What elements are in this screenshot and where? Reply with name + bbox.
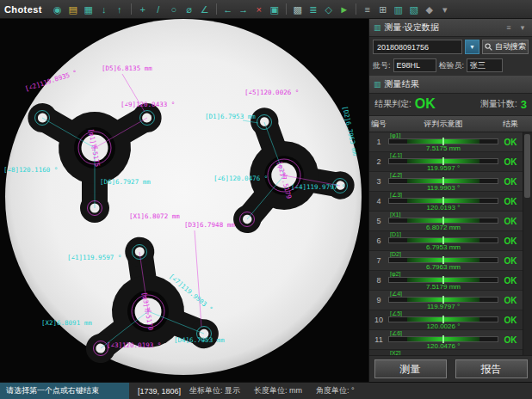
tolerance-bar [388, 336, 498, 342]
row-result: OK [498, 316, 523, 325]
dimension-label: [D6]6.7927 mm [100, 178, 151, 186]
run-icon[interactable]: ► [337, 3, 351, 16]
row-number: 8 [369, 276, 388, 285]
delete-icon[interactable]: × [252, 3, 266, 16]
batch-input[interactable]: E98HL [393, 58, 436, 72]
list-icon[interactable]: ≡ [361, 3, 374, 16]
panel-menu-icon[interactable]: ≡ [504, 23, 514, 32]
save-icon[interactable]: ▦ [82, 3, 96, 16]
row-judgment: [φ1]7.5175 mm [388, 132, 498, 152]
tolerance-marker [442, 157, 444, 165]
line-tool-icon[interactable]: / [152, 3, 165, 16]
table-row[interactable]: 1[φ1]7.5175 mmOK [369, 132, 532, 152]
tolerance-marker [442, 355, 444, 356]
cursor-coordinates: [1739, 1806] [138, 387, 181, 396]
row-result: OK [498, 355, 523, 356]
capture-icon[interactable]: ▣ [268, 3, 281, 16]
search-icon [485, 43, 492, 51]
row-label: [X2] [390, 350, 498, 356]
dimension-label: [∠3]120.0193 ° [107, 341, 161, 349]
row-label: [φ2] [390, 271, 498, 277]
tolerance-marker [442, 316, 444, 323]
open-icon[interactable]: ▤ [66, 3, 80, 16]
table-row[interactable]: 5[X1]6.8072 mmOK [369, 212, 532, 231]
report-icon[interactable]: ▧ [407, 3, 421, 16]
dimension-label: [∠5]120.0026 ° [244, 89, 299, 96]
row-judgment: [D1]6.7953 mm [388, 231, 498, 251]
tolerance-marker [442, 296, 444, 304]
row-number: 7 [369, 256, 388, 265]
panel-collapse-icon[interactable]: ▾ [517, 23, 528, 32]
row-value: 120.0193 ° [388, 204, 498, 212]
table-icon[interactable]: ⊞ [376, 3, 390, 16]
dimension-label: [D1]6.7953 mm [205, 113, 256, 120]
dimension-label: [D5]6.8135 mm [102, 64, 152, 72]
row-result: OK [498, 296, 523, 305]
program-dropdown-button[interactable]: ▼ [465, 40, 479, 54]
dimension-label: [∠9]120.0433 ° [121, 101, 175, 108]
diameter-tool-icon[interactable]: ⌀ [182, 3, 196, 16]
inspector-input[interactable]: 张三 [467, 58, 503, 72]
dimension-label: [D4]6.7953 mm [174, 336, 225, 344]
row-label: [D1] [390, 231, 498, 237]
measurement-canvas[interactable]: [D5]6.8135 mm[∠2]119.8935 °[∠9]120.0433 … [0, 19, 368, 382]
row-value: 120.0476 ° [388, 342, 498, 350]
row-number: 5 [369, 217, 388, 225]
grid-icon[interactable]: ▩ [291, 3, 305, 16]
dimension-label: [D3]6.7948 mm [184, 221, 235, 229]
count-value: 3 [521, 98, 527, 111]
tolerance-marker [442, 177, 444, 185]
measure-button[interactable]: 测量 [374, 359, 447, 378]
table-row[interactable]: 10[∠5]120.0026 °OK [369, 310, 532, 330]
row-judgment: [∠5]120.0026 ° [388, 310, 498, 330]
camera-view[interactable]: [D5]6.8135 mm[∠2]119.8935 °[∠9]120.0433 … [0, 19, 368, 382]
toolbar: Chotest ◉▤▦↓↑+/○⌀∠←→×▣▩≣◇►≡⊞▥▧◆▾ [0, 0, 532, 19]
camera-icon[interactable]: ◉ [51, 3, 65, 16]
program-select[interactable]: 201808091756 [373, 40, 462, 54]
chart-icon[interactable]: ▥ [392, 3, 405, 16]
row-label: [∠2] [390, 172, 498, 178]
table-row[interactable]: 6[D1]6.7953 mmOK [369, 231, 532, 251]
table-row[interactable]: 8[φ2]7.5179 mmOK [369, 271, 532, 291]
table-row[interactable]: 11[∠6]120.0476 °OK [369, 330, 532, 350]
circle-tool-icon[interactable]: ○ [167, 3, 181, 16]
toolbar-separator [216, 3, 217, 15]
table-row[interactable]: 3[∠2]119.9903 °OK [369, 172, 532, 192]
snap-icon[interactable]: ◇ [322, 3, 336, 16]
toolbar-icon-strip: ◉▤▦↓↑+/○⌀∠←→×▣▩≣◇►≡⊞▥▧◆▾ [51, 3, 452, 16]
results-table-body[interactable]: 1[φ1]7.5175 mmOK2[∠1]119.9597 °OK3[∠2]11… [369, 132, 532, 355]
row-label: [∠3] [390, 192, 498, 198]
row-value: 7.5175 mm [388, 144, 498, 152]
table-row[interactable]: 7[D2]6.7963 mmOK [369, 251, 532, 271]
table-scrollbar[interactable] [523, 132, 532, 355]
table-row[interactable]: 4[∠3]120.0193 °OK [369, 192, 532, 212]
layers-icon[interactable]: ≣ [306, 3, 320, 16]
tolerance-marker [442, 197, 444, 205]
dimension-label: [∠4]119.9797 ° [291, 183, 345, 191]
import-icon[interactable]: ↓ [97, 3, 111, 16]
auto-search-button[interactable]: 自动搜索 [482, 40, 529, 54]
scrollbar-thumb[interactable] [524, 134, 530, 198]
row-number: 6 [369, 236, 388, 245]
redo-icon[interactable]: → [237, 3, 251, 16]
table-row[interactable]: 9[∠4]119.9797 °OK [369, 291, 532, 310]
tolerance-bar [388, 237, 498, 243]
row-value: 6.7953 mm [388, 243, 498, 251]
more-dropdown-icon[interactable]: ▾ [438, 3, 452, 16]
report-button[interactable]: 报告 [455, 359, 528, 378]
row-value: 119.9597 ° [388, 164, 498, 172]
tolerance-bar [388, 158, 498, 164]
point-tool-icon[interactable]: + [136, 3, 150, 16]
export-icon[interactable]: ↑ [113, 3, 127, 16]
tolerance-bar [388, 277, 498, 283]
row-result: OK [498, 197, 523, 206]
undo-icon[interactable]: ← [221, 3, 235, 16]
settings-icon[interactable]: ◆ [423, 3, 436, 16]
table-row[interactable]: 2[∠1]119.9597 °OK [369, 152, 532, 172]
angle-tool-icon[interactable]: ∠ [198, 3, 212, 16]
dimension-label: [∠1]119.9597 ° [67, 254, 121, 261]
table-row[interactable]: 12[X2]6.8091 mmOK [369, 350, 532, 355]
tolerance-bar [388, 198, 498, 204]
row-value: 119.9903 ° [388, 184, 498, 192]
count-label: 测量计数: [480, 98, 517, 110]
